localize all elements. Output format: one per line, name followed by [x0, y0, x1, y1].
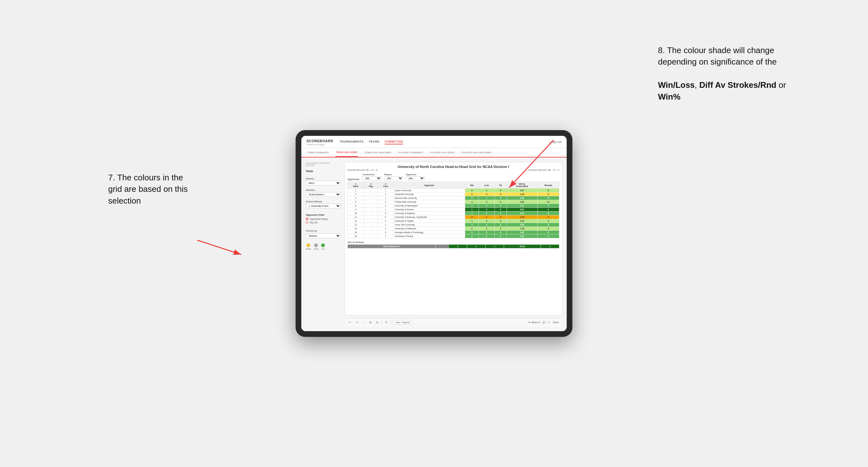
table-cell: 6 [378, 215, 393, 219]
toolbar-divider1 [381, 320, 382, 325]
table-cell: 4.62 [506, 235, 537, 238]
table-row: 6-2Florida State University4201.8312 [348, 200, 559, 204]
legend-down-dot [306, 243, 310, 247]
table-cell: - [364, 235, 378, 238]
subnav-team-h2h-grid[interactable]: TEAM H2H GRID [335, 148, 358, 157]
table-cell: 9 [537, 227, 559, 231]
subnav-player-h2h-grid[interactable]: PLAYER H2H GRID [430, 148, 455, 157]
table-cell: 2 [465, 189, 479, 192]
table-cell: 1 [378, 208, 393, 212]
table-cell: 0 [494, 231, 506, 235]
table-cell: 2 [378, 204, 393, 208]
table-cell: - [364, 231, 378, 235]
radio-top100[interactable]: Top 100 [306, 221, 341, 224]
table-cell: 14 [348, 227, 364, 231]
table-cell: 0 [479, 219, 495, 223]
division-select[interactable]: NCAA Division I [306, 192, 341, 197]
table-cell: 15 [348, 231, 364, 235]
table-cell: Texas Tech University [393, 223, 465, 227]
toolbar-watch[interactable]: 👁 Watch ▾ [528, 321, 540, 324]
last-updated: Last Updated: 27/03/2024 16:55:38 [306, 162, 341, 166]
toolbar-right: 👁 Watch ▾ 💬 ⬡ Share [528, 321, 559, 324]
table-cell: Vanderbilt University [393, 192, 465, 196]
colour-by-select[interactable]: Win/loss [306, 234, 341, 238]
toolbar-share-icon[interactable]: ⬡ [548, 321, 550, 324]
table-cell: 8 [537, 212, 559, 215]
top-nav: SCOREBOARD Powered by clippd TOURNAMENTS… [301, 136, 567, 148]
table-row: 15-4Georgia Institute of Technology5004.… [348, 231, 559, 235]
division-row: NCAA Division II 1 0 0 26.00 3 [348, 245, 559, 248]
table-cell: 1.83 [506, 200, 537, 204]
legend-level: Level [314, 243, 319, 250]
gender-select[interactable]: Men's [306, 181, 341, 185]
subnav-team-h2h-heatmap[interactable]: TEAM H2H HEATMAP [364, 148, 392, 157]
toolbar-divider2 [391, 320, 391, 325]
table-cell: - [364, 208, 378, 212]
col-opponent: Opponent [393, 182, 465, 189]
division-rounds: 3 [541, 245, 559, 248]
toolbar-share[interactable]: Share [553, 321, 559, 324]
table-cell: 2.61 [506, 212, 537, 215]
opponent-select[interactable]: (All) [406, 176, 425, 180]
radio-opponents-played[interactable]: Opponents Played [306, 218, 341, 220]
table-cell: 9 [348, 208, 364, 212]
nav-committee[interactable]: COMMITTEE [385, 139, 403, 145]
table-cell: 0 [494, 223, 506, 227]
table-cell: 3 [537, 204, 559, 208]
sign-out-button[interactable]: | Sign out [550, 140, 562, 144]
toolbar-redo[interactable]: ↪ [354, 320, 359, 324]
division-win: 1 [448, 245, 467, 248]
table-cell: - [364, 196, 378, 200]
table-cell: Auburn University [393, 189, 465, 192]
nav-tournaments[interactable]: TOURNAMENTS [340, 139, 363, 145]
toolbar-undo[interactable]: ↩ [348, 320, 352, 324]
grid-panel: University of North Carolina Head-to-Hea… [345, 162, 562, 327]
table-cell: University of Florida [393, 235, 465, 238]
legend-up: Up [321, 243, 325, 250]
table-cell: 3 [465, 223, 479, 227]
division-name-cell: NCAA Division II [348, 245, 436, 248]
toolbar-copy[interactable]: ⊞ [368, 320, 373, 324]
table-cell: 0 [494, 189, 506, 192]
table-cell: 5.56 [506, 223, 537, 227]
col-rank: #Rank [348, 182, 364, 189]
toolbar-paste[interactable]: ⊟ [375, 320, 380, 324]
subnav-player-summary[interactable]: PLAYER SUMMARY [398, 148, 424, 157]
conference-select[interactable]: (All) [363, 176, 381, 180]
subnav-player-h2h-heatmap[interactable]: PLAYER H2H HEATMAP [461, 148, 492, 157]
subnav-team-summary[interactable]: TEAM SUMMARY [306, 148, 330, 157]
school-select[interactable]: 1. University of Nort... [306, 204, 341, 208]
table-cell: 4.50 [506, 231, 537, 235]
toolbar-view[interactable]: View: Original [393, 320, 412, 325]
table-cell: University of Arizona [393, 208, 465, 212]
gender-group: Gender Men's [306, 177, 341, 185]
table-cell: 2.28 [506, 196, 537, 200]
col-reg: #Reg [364, 182, 378, 189]
sub-nav: TEAM SUMMARY TEAM H2H GRID TEAM H2H HEAT… [301, 148, 567, 157]
table-cell: 0 [479, 231, 495, 235]
table-cell: - [364, 227, 378, 231]
table-cell: 10 [348, 212, 364, 215]
table-cell: 2 [378, 227, 393, 231]
table-cell: 1 [465, 204, 479, 208]
table-cell: - [364, 189, 378, 192]
table-cell: 8 [537, 192, 559, 196]
legend-level-dot [314, 243, 318, 247]
nav-links: TOURNAMENTS TEAMS COMMITTEE [340, 139, 550, 145]
table-cell: -2.29 [506, 192, 537, 196]
division-tie: 0 [485, 245, 504, 248]
grid-title: University of North Carolina Head-to-Hea… [347, 165, 559, 168]
region-select[interactable]: (All) [384, 176, 403, 180]
nav-teams[interactable]: TEAMS [369, 139, 380, 145]
table-cell: 0 [494, 200, 506, 204]
table-cell: 0 [479, 212, 495, 215]
opponent-view-section: Opponent View Opponents Played Top 100 [306, 214, 341, 224]
left-annotation-step: 7. The colours in the grid are based on … [108, 173, 188, 206]
toolbar-clock[interactable]: ⏱ [384, 320, 389, 324]
legend-down: Down [306, 243, 311, 250]
toolbar-back[interactable]: ← [361, 320, 366, 324]
toolbar-comment[interactable]: 💬 [542, 321, 545, 324]
division-loss: 0 [467, 245, 485, 248]
division-diff: 26.00 [504, 245, 540, 248]
table-cell: 16 [348, 235, 364, 238]
